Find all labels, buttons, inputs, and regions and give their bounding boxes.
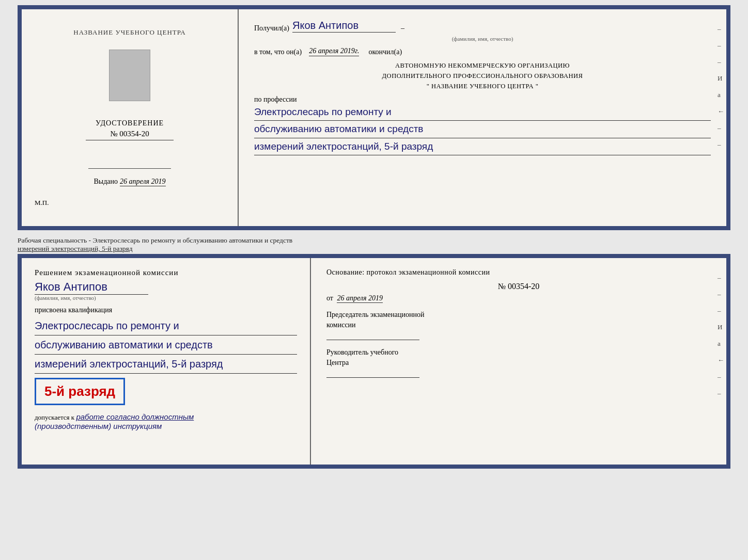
bottom-name-row: Яков Антипов [35,280,297,295]
between-line2: измерений электростанций, 5-й разряд [18,245,730,253]
side-dashes-top: – – – И а ← – – [718,25,726,149]
fam-label-top: (фамилия, имя, отчество) [254,36,711,42]
profession-line1: Электрослесарь по ремонту и [254,104,711,121]
profession-line3: измерений электростанций, 5-й разряд [254,138,711,155]
institution-block: АВТОНОМНУЮ НЕКОММЕРЧЕСКУЮ ОРГАНИЗАЦИЮ ДО… [254,60,711,91]
inst-line1: АВТОНОМНУЮ НЕКОММЕРЧЕСКУЮ ОРГАНИЗАЦИЮ [254,60,711,71]
protocol-date-row: от 26 апреля 2019 [326,294,711,302]
razryad-text: 5-й разряд [44,383,115,399]
qual-line3: измерений электростанций, 5-й разряд [35,355,297,374]
side-dashes-bottom: – – – И а ← – – [718,274,726,397]
vydano-section: Выдано 26 апреля 2019 [93,177,165,186]
dopuskaetsya-label: допускается к [35,413,74,421]
mp-label: М.П. [32,199,227,207]
fam-label-bottom: (фамилия, имя, отчество) [35,295,297,301]
udostoverenie-label: УДОСТОВЕРЕНИЕ № 00354-20 [86,109,174,140]
bottom-right-panel: Основание: протокол экзаменационной коми… [311,258,726,465]
between-text: Рабочая специальность - Электрослесарь п… [18,234,730,254]
diploma-right-panel: Получил(а) Яков Антипов – (фамилия, имя,… [239,9,726,226]
between-line1: Рабочая специальность - Электрослесарь п… [18,236,730,245]
vtom-row: в том, что он(а) 26 апреля 2019г. окончи… [254,47,711,56]
po-professii-label: по профессии [254,95,711,104]
vtom-date: 26 апреля 2019г. [309,47,359,56]
poluchil-row: Получил(а) Яков Антипов – [254,20,711,33]
qual-line1: Электрослесарь по ремонту и [35,316,297,335]
dopusk-text1: работе согласно должностным [76,412,194,421]
inst-line2: ДОПОЛНИТЕЛЬНОГО ПРОФЕССИОНАЛЬНОГО ОБРАЗО… [254,71,711,81]
center-title-top: НАЗВАНИЕ УЧЕБНОГО ЦЕНТРА [73,28,185,37]
protocol-number: № 00354-20 [326,282,711,291]
bottom-name: Яков Антипов [35,280,148,295]
predsedatel-label: Председатель экзаменационной комиссии [326,310,711,330]
okonchil-label: окончил(а) [368,48,402,56]
top-diploma: НАЗВАНИЕ УЧЕБНОГО ЦЕНТРА УДОСТОВЕРЕНИЕ №… [18,5,730,230]
qual-line2: обслуживанию автоматики и средств [35,335,297,355]
poluchil-label: Получил(а) [254,24,289,33]
inst-line3: " НАЗВАНИЕ УЧЕБНОГО ЦЕНТРА " [254,81,711,91]
bottom-left-panel: Решением экзаменационной комиссии Яков А… [22,258,311,465]
bottom-diploma: Решением экзаменационной комиссии Яков А… [18,254,730,469]
dopusk-text2: (производственным) инструкциям [35,422,162,430]
diploma-left-panel: НАЗВАНИЕ УЧЕБНОГО ЦЕНТРА УДОСТОВЕРЕНИЕ №… [22,9,239,226]
vydano-date: 26 апреля 2019 [120,178,165,186]
rukovoditel-signature-line [326,370,419,378]
between-line2-underline: измерений электростанций, 5-й разряд [18,245,133,252]
osnovaniye-label: Основание: протокол экзаменационной коми… [326,268,711,277]
dopuskaetsya-block: допускается к работе согласно должностны… [35,412,297,431]
razryad-badge: 5-й разряд [35,378,125,405]
ot-label: от [326,294,333,302]
vydano-label: Выдано [93,178,118,185]
photo-placeholder [109,50,150,101]
vtom-label: в том, что он(а) [254,48,302,56]
rukovoditel-label: Руководитель учебного Центра [326,347,711,367]
profession-line2: обслуживанию автоматики и средств [254,121,711,138]
komissia-title: Решением экзаменационной комиссии [35,268,297,277]
predsedatel-signature-line [326,332,419,340]
protocol-date-val: 26 апреля 2019 [337,294,382,303]
poluchil-name: Яков Антипов [292,20,396,33]
prisvoena-label: присвоена квалификация [35,306,297,314]
